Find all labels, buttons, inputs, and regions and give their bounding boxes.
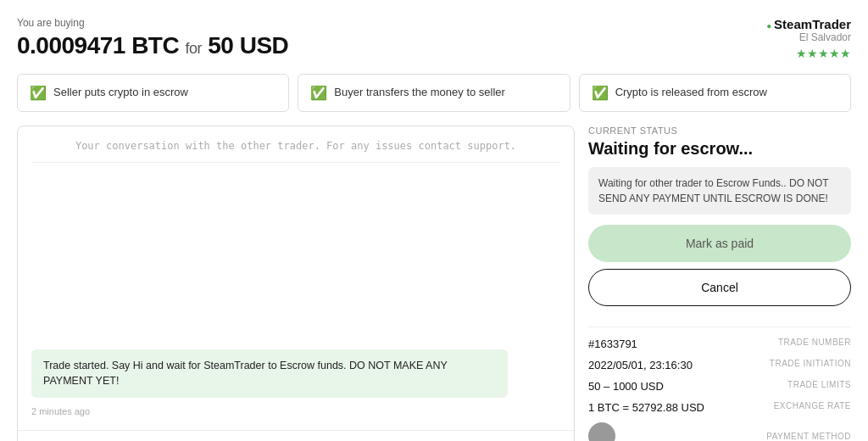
- right-panel: CURRENT STATUS Waiting for escrow... Wai…: [588, 126, 851, 441]
- chat-divider: [31, 162, 560, 163]
- seller-stars: ★★★★★: [766, 47, 851, 60]
- current-status-label: CURRENT STATUS: [588, 126, 851, 136]
- usd-amount: 50 USD: [208, 32, 288, 59]
- trade-limits-label: TRADE LIMITS: [787, 380, 851, 389]
- you-are-buying-label: You are buying: [17, 17, 288, 29]
- status-title: Waiting for escrow...: [588, 139, 851, 159]
- chat-body: Your conversation with the other trader.…: [18, 126, 574, 430]
- trade-initiation-row: 2022/05/01, 23:16:30 TRADE INITIATION: [588, 359, 851, 371]
- btc-amount: 0.0009471 BTC: [17, 32, 179, 59]
- step-3-check-icon: ✅: [592, 85, 609, 101]
- trade-initiation-value: 2022/05/01, 23:16:30: [588, 359, 693, 371]
- chat-bubble-system: Trade started. Say Hi and wait for Steam…: [31, 349, 508, 399]
- trade-amount: 0.0009471 BTC for 50 USD: [17, 32, 288, 59]
- trade-details: #1633791 TRADE NUMBER 2022/05/01, 23:16:…: [588, 327, 851, 441]
- step-1-check-icon: ✅: [30, 85, 47, 101]
- exchange-rate-label: EXCHANGE RATE: [774, 401, 851, 410]
- trade-limits-value: 50 – 1000 USD: [588, 380, 664, 393]
- status-section: CURRENT STATUS Waiting for escrow... Wai…: [588, 126, 851, 316]
- exchange-rate-row: 1 BTC = 52792.88 USD EXCHANGE RATE: [588, 401, 851, 414]
- payment-method-icon: [588, 422, 615, 441]
- seller-name: SteamTrader: [766, 17, 851, 31]
- steps-row: ✅ Seller puts crypto in escrow ✅ Buyer t…: [17, 74, 851, 112]
- header-left: You are buying 0.0009471 BTC for 50 USD: [17, 17, 288, 59]
- step-3: ✅ Crypto is released from escrow: [579, 74, 851, 112]
- mark-as-paid-button[interactable]: Mark as paid: [588, 225, 851, 262]
- cancel-button[interactable]: Cancel: [588, 269, 851, 306]
- trade-number-label: TRADE NUMBER: [778, 338, 851, 347]
- step-2: ✅ Buyer transfers the money to seller: [298, 74, 570, 112]
- trade-number-row: #1633791 TRADE NUMBER: [588, 338, 851, 350]
- trade-number-value: #1633791: [588, 338, 637, 350]
- for-text: for: [185, 40, 202, 57]
- step-1: ✅ Seller puts crypto in escrow: [17, 74, 289, 112]
- trade-limits-row: 50 – 1000 USD TRADE LIMITS: [588, 380, 851, 393]
- step-3-label: Crypto is released from escrow: [615, 85, 767, 100]
- escrow-warning: Waiting for other trader to Escrow Funds…: [588, 167, 851, 215]
- step-1-label: Seller puts crypto in escrow: [53, 85, 188, 100]
- exchange-rate-value: 1 BTC = 52792.88 USD: [588, 401, 704, 414]
- trade-initiation-label: TRADE INITIATION: [770, 359, 851, 368]
- main-container: You are buying 0.0009471 BTC for 50 USD …: [0, 0, 868, 441]
- payment-method-label: PAYMENT METHOD: [766, 432, 851, 441]
- step-2-label: Buyer transfers the money to seller: [334, 85, 505, 100]
- step-2-check-icon: ✅: [310, 85, 327, 101]
- chat-input-row: [18, 430, 574, 441]
- header: You are buying 0.0009471 BTC for 50 USD …: [17, 17, 851, 60]
- chat-hint: Your conversation with the other trader.…: [31, 140, 560, 152]
- chat-panel: Your conversation with the other trader.…: [17, 126, 575, 441]
- chat-bubble-text: Trade started. Say Hi and wait for Steam…: [43, 360, 448, 388]
- payment-method-row: PAYMENT METHOD: [588, 422, 851, 441]
- seller-location: El Salvador: [766, 31, 851, 43]
- header-right: SteamTrader El Salvador ★★★★★: [766, 17, 851, 60]
- main-content: Your conversation with the other trader.…: [17, 126, 851, 441]
- chat-messages: Trade started. Say Hi and wait for Steam…: [31, 170, 560, 416]
- chat-bubble-time: 2 minutes ago: [31, 406, 560, 416]
